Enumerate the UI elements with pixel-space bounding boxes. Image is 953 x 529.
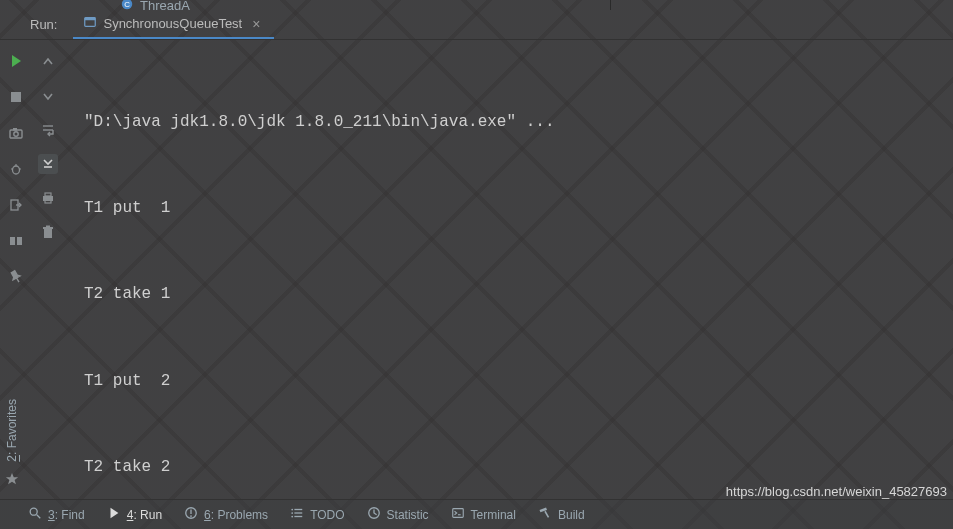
print-icon[interactable] (38, 188, 58, 208)
clock-icon (367, 506, 381, 523)
console-line: T2 take 1 (84, 280, 933, 309)
tab-statistic[interactable]: Statistic (367, 506, 429, 523)
svg-rect-21 (45, 193, 51, 196)
close-icon[interactable]: × (248, 16, 264, 32)
run-label: Run: (0, 17, 73, 32)
star-icon[interactable] (5, 472, 19, 489)
tab-build[interactable]: Build (538, 506, 585, 523)
svg-point-36 (291, 512, 293, 514)
svg-rect-23 (44, 229, 52, 238)
application-icon (83, 15, 97, 32)
up-arrow-icon[interactable] (38, 52, 58, 72)
svg-point-37 (291, 516, 293, 518)
down-arrow-icon[interactable] (38, 86, 58, 106)
run-config-tab[interactable]: SynchronousQueueTest × (73, 10, 274, 39)
scroll-to-end-icon[interactable] (38, 154, 58, 174)
tab-todo[interactable]: TODO (290, 506, 344, 523)
svg-rect-39 (452, 509, 463, 518)
play-icon (107, 506, 121, 523)
tab-terminal[interactable]: Terminal (451, 506, 516, 523)
console-actions-column (32, 40, 64, 499)
svg-point-26 (30, 508, 37, 515)
svg-rect-25 (46, 226, 50, 228)
svg-rect-3 (85, 18, 96, 21)
watermark-text: https://blog.csdn.net/weixin_45827693 (726, 484, 947, 499)
tab-problems[interactable]: 6: Problems (184, 506, 268, 523)
tab-run[interactable]: 4: Run (107, 506, 162, 523)
console-output[interactable]: "D:\java jdk1.8.0\jdk 1.8.0_211\bin\java… (64, 40, 953, 499)
search-icon (28, 506, 42, 523)
terminal-icon (451, 506, 465, 523)
console-line: T1 put 2 (84, 367, 933, 396)
console-line: "D:\java jdk1.8.0\jdk 1.8.0_211\bin\java… (84, 108, 933, 137)
svg-line-27 (37, 515, 41, 519)
editor-tabs-partial: C ThreadA (0, 0, 953, 10)
list-icon (290, 506, 304, 523)
svg-marker-28 (110, 508, 118, 519)
left-tool-strip: 2: Favorites (0, 40, 24, 499)
trash-icon[interactable] (38, 222, 58, 242)
warning-icon (184, 506, 198, 523)
console-line: T1 put 1 (84, 194, 933, 223)
svg-point-31 (190, 515, 192, 517)
run-tool-window-header: Run: SynchronousQueueTest × (0, 10, 953, 40)
run-config-name: SynchronousQueueTest (103, 16, 242, 31)
console-line: T2 take 2 (84, 453, 933, 482)
svg-text:C: C (124, 0, 130, 8)
soft-wrap-icon[interactable] (38, 120, 58, 140)
svg-line-42 (545, 511, 549, 517)
favorites-tool-button[interactable]: 2: Favorites (5, 399, 19, 462)
svg-rect-22 (45, 200, 51, 203)
tab-find[interactable]: 3: Find (28, 506, 85, 523)
hammer-icon (538, 506, 552, 523)
svg-point-35 (291, 509, 293, 511)
bottom-tool-tabs: 3: Find 4: Run 6: Problems TODO Statisti… (0, 499, 953, 529)
svg-marker-4 (6, 473, 18, 484)
